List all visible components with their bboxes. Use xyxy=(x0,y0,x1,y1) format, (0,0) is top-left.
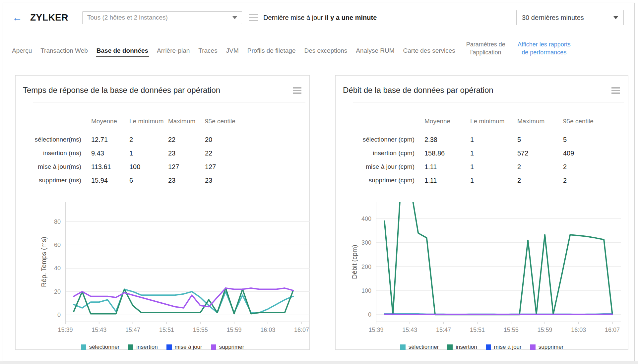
tab-parametres-de-l-application[interactable]: Paramètres de l'application xyxy=(460,41,512,60)
legend-swatch-insertion xyxy=(128,344,133,350)
stat-selectionner-cpm-maximum: 5 xyxy=(517,136,563,150)
legend-item-selectionner[interactable]: sélectionner xyxy=(81,344,120,350)
panel-menu-icon[interactable] xyxy=(611,87,620,94)
tab-analyse-rum[interactable]: Analyse RUM xyxy=(351,47,399,60)
series-line-selectionner xyxy=(74,289,293,313)
stat-insertion-ms-moyenne: 9.43 xyxy=(91,150,129,163)
response-time-chart: 02040608015:3915:4315:4715:5115:5515:591… xyxy=(39,197,315,333)
legend-item-supprimer[interactable]: supprimer xyxy=(530,344,564,350)
last-update-prefix: Dernière mise à jour xyxy=(263,14,325,21)
row-label-insertion-ms: insertion (ms) xyxy=(25,150,91,163)
panel-response-time: Temps de réponse de la base de données p… xyxy=(15,75,310,350)
stat-supprimer-ms-le-minimum: 6 xyxy=(129,177,168,191)
legend-label-supprimer: supprimer xyxy=(539,344,564,350)
svg-text:100: 100 xyxy=(361,287,371,294)
col-header-moyenne: Moyenne xyxy=(91,118,129,136)
stat-supprimer-ms-maximum: 23 xyxy=(168,177,205,191)
stat-mise-a-jour-cpm-maximum: 2 xyxy=(517,163,563,177)
legend-swatch-insertion xyxy=(447,344,453,350)
tab-des-exceptions[interactable]: Des exceptions xyxy=(300,47,351,60)
tab-afficher-les-rapports-de-performances[interactable]: Afficher les rapports de performances xyxy=(512,41,576,60)
stat-mise-a-jour-ms-le-minimum: 100 xyxy=(129,163,168,177)
svg-text:300: 300 xyxy=(361,239,371,246)
legend-label-selectionner: sélectionner xyxy=(409,344,439,350)
stats-table: MoyenneLe minimumMaximum95e centilesélec… xyxy=(25,118,309,191)
hamburger-icon[interactable] xyxy=(249,14,258,21)
stat-selectionner-cpm-le-minimum: 1 xyxy=(470,136,517,150)
series-line-insertion xyxy=(74,288,293,314)
stat-selectionner-ms-moyenne: 12.71 xyxy=(91,136,129,150)
col-header-moyenne: Moyenne xyxy=(424,118,470,136)
legend-swatch-mise-a-jour xyxy=(166,344,172,350)
legend-swatch-mise-a-jour xyxy=(486,344,491,350)
legend-swatch-selectionner xyxy=(400,344,406,350)
chart-wrap: 02040608015:3915:4315:4715:5115:5515:591… xyxy=(16,197,309,334)
svg-text:Rép. Temps (ms): Rép. Temps (ms) xyxy=(40,237,47,287)
col-header-le-minimum: Le minimum xyxy=(470,118,517,136)
stat-mise-a-jour-cpm-moyenne: 1.11 xyxy=(424,163,470,177)
legend-item-supprimer[interactable]: supprimer xyxy=(211,344,244,350)
last-update-text: Dernière mise à jour il y a une minute xyxy=(263,14,377,22)
stat-mise-a-jour-ms-maximum: 127 xyxy=(168,163,205,177)
row-label-supprimer-cpm: supprimer (cpm) xyxy=(345,177,424,191)
legend-item-insertion[interactable]: insertion xyxy=(447,344,477,350)
legend-label-mise-a-jour: mise à jour xyxy=(494,344,522,350)
legend-label-mise-a-jour: mise à jour xyxy=(175,344,202,350)
col-header-95e-centile: 95e centile xyxy=(205,118,255,136)
stats-table: MoyenneLe minimumMaximum95e centilesélec… xyxy=(345,118,628,191)
stat-supprimer-ms-95e-centile: 23 xyxy=(205,177,255,191)
tab-traces[interactable]: Traces xyxy=(194,47,222,60)
tabs-bar: AperçuTransaction WebBase de donnéesArri… xyxy=(3,32,634,60)
svg-text:15:55: 15:55 xyxy=(504,327,519,333)
tab-jvm[interactable]: JVM xyxy=(222,47,243,60)
header: ← ZYLKER Tous (2 hôtes et 2 instances) D… xyxy=(3,3,634,32)
tab-profils-de-filetage[interactable]: Profils de filetage xyxy=(243,47,300,60)
svg-text:15:47: 15:47 xyxy=(436,327,451,333)
svg-text:15:55: 15:55 xyxy=(193,327,208,333)
chart-legend: sélectionnerinsertionmise à joursupprime… xyxy=(16,344,309,350)
svg-text:16:07: 16:07 xyxy=(294,327,309,333)
stat-selectionner-ms-le-minimum: 2 xyxy=(129,136,168,150)
row-label-supprimer-ms: supprimer (ms) xyxy=(25,177,91,191)
svg-text:15:51: 15:51 xyxy=(159,327,174,333)
back-arrow-icon[interactable]: ← xyxy=(12,13,22,23)
svg-text:15:43: 15:43 xyxy=(402,327,417,333)
stat-supprimer-cpm-maximum: 2 xyxy=(517,177,563,191)
page-bottom-strip xyxy=(0,361,638,364)
stat-mise-a-jour-cpm-le-minimum: 1 xyxy=(470,163,517,177)
stat-insertion-cpm-95e-centile: 409 xyxy=(563,150,613,163)
stat-insertion-ms-maximum: 23 xyxy=(168,150,205,163)
legend-item-mise-a-jour[interactable]: mise à jour xyxy=(166,344,202,350)
svg-text:80: 80 xyxy=(54,218,61,225)
series-line-mise-a-jour xyxy=(74,197,293,199)
stat-supprimer-cpm-95e-centile: 2 xyxy=(563,177,613,191)
svg-text:0: 0 xyxy=(368,311,371,318)
stat-supprimer-cpm-le-minimum: 1 xyxy=(470,177,517,191)
caret-down-icon xyxy=(232,16,237,19)
panel-menu-icon[interactable] xyxy=(293,87,301,94)
stat-selectionner-ms-maximum: 22 xyxy=(168,136,205,150)
legend-item-selectionner[interactable]: sélectionner xyxy=(400,344,439,350)
svg-text:15:47: 15:47 xyxy=(125,327,140,333)
legend-label-insertion: insertion xyxy=(456,344,477,350)
legend-item-insertion[interactable]: insertion xyxy=(128,344,158,350)
tab-transaction-web[interactable]: Transaction Web xyxy=(36,47,92,60)
tab-base-de-donnees[interactable]: Base de données xyxy=(92,47,153,60)
svg-text:16:03: 16:03 xyxy=(571,327,586,333)
time-range-select[interactable]: 30 dernières minutes xyxy=(516,10,624,25)
stat-insertion-ms-95e-centile: 22 xyxy=(205,150,255,163)
tab-apercu[interactable]: Aperçu xyxy=(8,47,36,60)
legend-item-mise-a-jour[interactable]: mise à jour xyxy=(486,344,522,350)
col-header-95e-centile: 95e centile xyxy=(563,118,613,136)
tab-arriere-plan[interactable]: Arrière-plan xyxy=(153,47,194,60)
scope-select[interactable]: Tous (2 hôtes et 2 instances) xyxy=(82,11,242,24)
divider xyxy=(353,102,624,102)
stat-insertion-ms-le-minimum: 1 xyxy=(129,150,168,163)
throughput-chart: 010020030040015:3915:4315:4715:5115:5515… xyxy=(350,197,625,333)
svg-text:0: 0 xyxy=(57,312,61,318)
scope-select-value: Tous (2 hôtes et 2 instances) xyxy=(87,14,229,21)
tab-carte-des-services[interactable]: Carte des services xyxy=(399,47,460,60)
stat-selectionner-cpm-moyenne: 2.38 xyxy=(424,136,470,150)
svg-text:20: 20 xyxy=(54,288,61,295)
row-label-insertion-cpm: insertion (cpm) xyxy=(345,150,424,163)
